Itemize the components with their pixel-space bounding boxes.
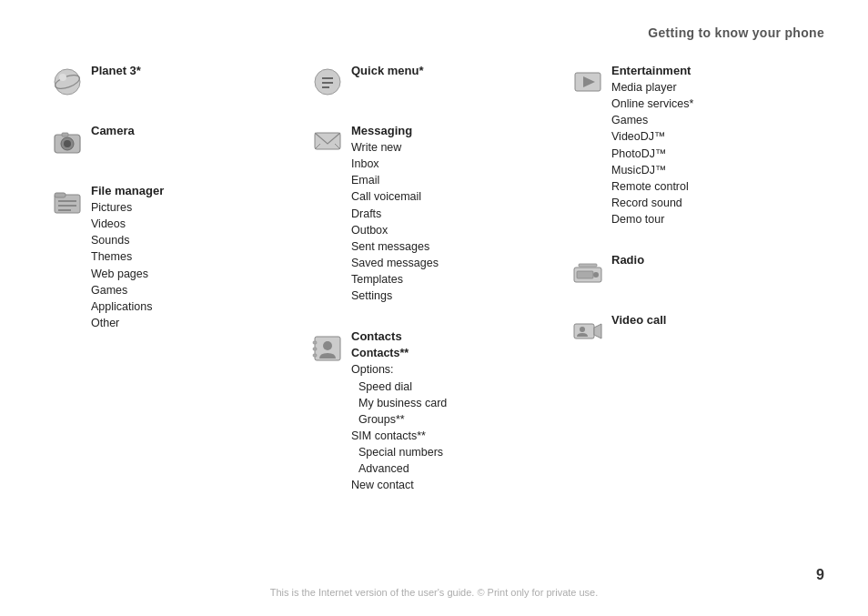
col-1: Planet 3* Camera [44, 64, 304, 519]
camera-title: Camera [91, 124, 304, 137]
svg-point-0 [55, 69, 80, 95]
svg-rect-22 [313, 348, 317, 350]
planet3-title: Planet 3* [91, 64, 304, 77]
svg-rect-27 [577, 271, 593, 278]
section-videocall: Video call [564, 313, 824, 348]
msg-templates: Templates [351, 271, 564, 288]
filemanager-icon-box [44, 184, 91, 218]
radio-icon-box [564, 253, 611, 288]
svg-rect-8 [55, 193, 66, 197]
quickmenu-icon [311, 66, 344, 98]
filemanager-games: Games [91, 282, 304, 298]
entertainment-icon [571, 66, 604, 98]
contacts-advanced: Advanced [351, 460, 564, 477]
filemanager-title: File manager [91, 184, 304, 197]
msg-writenew: Write new [351, 139, 564, 156]
radio-title: Radio [611, 253, 824, 267]
svg-rect-11 [58, 209, 71, 211]
entertainment-content: Entertainment Media player Online servic… [611, 64, 824, 227]
planet3-icon-box [44, 64, 91, 98]
videocall-icon-box [564, 313, 611, 348]
contacts-icon [311, 331, 344, 364]
msg-callvoicemail: Call voicemail [351, 188, 564, 205]
filemanager-content: File manager Pictures Videos Sounds Them… [91, 184, 304, 331]
msg-savedmessages: Saved messages [351, 255, 564, 271]
svg-rect-16 [315, 133, 340, 149]
msg-settings: Settings [351, 288, 564, 304]
filemanager-videos: Videos [91, 216, 304, 232]
section-quickmenu: Quick menu* [304, 64, 564, 98]
contacts-options: Options: [351, 361, 564, 378]
section-radio: Radio [564, 253, 824, 288]
quickmenu-icon-box [304, 64, 351, 98]
contacts-icon-box [304, 329, 351, 364]
section-messaging: Messaging Write new Inbox Email Call voi… [304, 124, 564, 304]
section-camera: Camera [44, 124, 304, 158]
svg-rect-6 [62, 133, 68, 136]
svg-rect-10 [58, 205, 76, 207]
ent-remotecontrol: Remote control [611, 178, 824, 195]
svg-rect-23 [313, 354, 317, 357]
videocall-icon [571, 315, 604, 348]
ent-games: Games [611, 112, 824, 128]
contacts-simcontacts: SIM contacts** [351, 428, 564, 444]
planet3-icon [51, 66, 84, 98]
videocall-content: Video call [611, 313, 824, 328]
filemanager-themes: Themes [91, 248, 304, 265]
svg-rect-14 [322, 82, 333, 84]
camera-content: Camera [91, 124, 304, 139]
page-number: 9 [816, 567, 824, 583]
ent-musicdj: MusicDJ™ [611, 162, 824, 178]
radio-content: Radio [611, 253, 824, 268]
camera-icon [51, 126, 84, 158]
contacts-specialnumbers: Special numbers [351, 444, 564, 460]
col-2: Quick menu* Messaging Write new Inbox Em… [304, 64, 564, 519]
entertainment-title: Entertainment [611, 64, 824, 77]
filemanager-webpages: Web pages [91, 266, 304, 282]
radio-icon [571, 255, 604, 288]
messaging-title: Messaging [351, 124, 564, 137]
ent-videodj: VideoDJ™ [611, 128, 824, 145]
svg-rect-29 [579, 264, 597, 267]
svg-point-32 [580, 327, 585, 332]
contacts-speeddial: Speed dial [351, 379, 564, 395]
main-columns: Planet 3* Camera [44, 64, 824, 519]
contacts-title: Contacts [351, 329, 564, 343]
filemanager-applications: Applications [91, 298, 304, 315]
msg-drafts: Drafts [351, 206, 564, 222]
videocall-title: Video call [611, 313, 824, 327]
filemanager-sounds: Sounds [91, 232, 304, 248]
section-contacts: Contacts Contacts** Options: Speed dial … [304, 329, 564, 493]
svg-rect-13 [322, 77, 333, 79]
ent-onlineservices: Online services* [611, 96, 824, 112]
svg-marker-31 [594, 324, 601, 338]
quickmenu-title: Quick menu* [351, 64, 564, 77]
section-entertainment: Entertainment Media player Online servic… [564, 64, 824, 227]
svg-point-20 [323, 341, 332, 350]
ent-photodj: PhotoDJ™ [611, 146, 824, 162]
svg-point-28 [593, 272, 599, 278]
filemanager-pictures: Pictures [91, 199, 304, 216]
contacts-mybizcard: My business card [351, 395, 564, 411]
page-title: Getting to know your phone [648, 25, 824, 40]
svg-rect-9 [58, 200, 76, 202]
planet3-content: Planet 3* [91, 64, 304, 79]
msg-email: Email [351, 172, 564, 188]
contacts-content: Contacts Contacts** Options: Speed dial … [351, 329, 564, 493]
section-filemanager: File manager Pictures Videos Sounds Them… [44, 184, 304, 331]
ent-demotour: Demo tour [611, 211, 824, 227]
filemanager-other: Other [91, 315, 304, 331]
contacts-newcontact: New contact [351, 477, 564, 493]
svg-rect-21 [313, 341, 317, 344]
quickmenu-content: Quick menu* [351, 64, 564, 79]
msg-outbox: Outbox [351, 222, 564, 238]
contacts-contacts: Contacts** [351, 345, 564, 361]
ent-mediaplayer: Media player [611, 79, 824, 96]
svg-point-2 [59, 74, 66, 81]
svg-point-5 [64, 140, 71, 147]
messaging-content: Messaging Write new Inbox Email Call voi… [351, 124, 564, 304]
camera-icon-box [44, 124, 91, 158]
col-3: Entertainment Media player Online servic… [564, 64, 824, 519]
msg-sentmessages: Sent messages [351, 238, 564, 255]
msg-inbox: Inbox [351, 156, 564, 172]
